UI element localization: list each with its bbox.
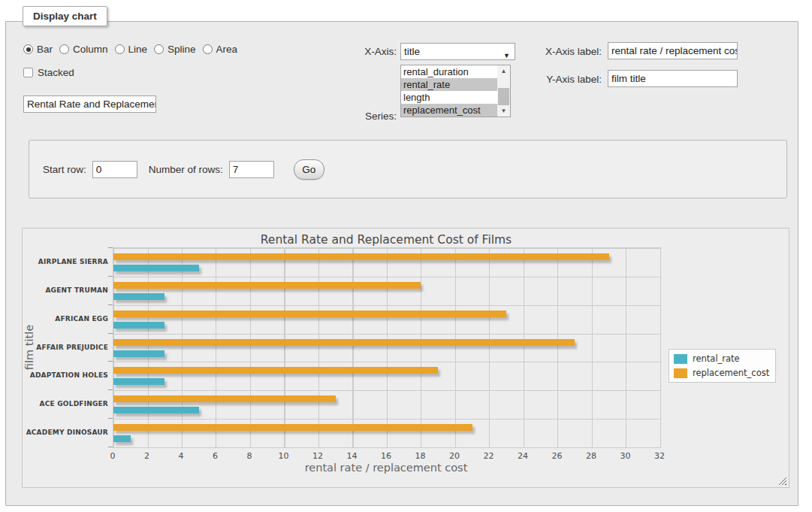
series-select-label: Series: xyxy=(325,111,397,122)
y-axis-label-input[interactable]: film title xyxy=(608,70,738,87)
x-tick-label: 16 xyxy=(375,451,397,461)
chart-title: Rental Rate and Replacement Cost of Film… xyxy=(113,233,660,247)
category-label: AGENT TRUMAN xyxy=(24,286,108,294)
category-label: ACE GOLDFINGER xyxy=(24,400,108,407)
bar-rental_rate xyxy=(113,293,165,300)
display-chart-panel: BarColumnLineSplineArea Stacked Rental R… xyxy=(5,21,798,506)
y-tick-mark xyxy=(108,389,113,390)
category-label: ACADEMY DINOSAUR xyxy=(24,429,108,436)
x-tick-label: 32 xyxy=(648,451,671,461)
series-option-rental_duration[interactable]: rental_duration xyxy=(401,65,497,78)
radio-label: Spline xyxy=(168,44,196,55)
legend-swatch xyxy=(674,354,687,364)
legend-label: rental_rate xyxy=(693,353,740,364)
x-axis-select-label: X-Axis: xyxy=(325,46,397,57)
x-tick-label: 2 xyxy=(136,451,158,461)
x-axis-select[interactable]: title ▼ xyxy=(400,43,515,60)
bar-rental_rate xyxy=(113,350,165,357)
panel-title: Display chart xyxy=(23,6,107,26)
legend-entry-rental_rate: rental_rate xyxy=(674,353,769,364)
x-tick-label: 12 xyxy=(306,451,329,461)
y-axis-label-field-label: Y-Axis label: xyxy=(530,74,602,85)
scrollbar-down-icon[interactable]: ▼ xyxy=(497,105,510,117)
x-axis-label-field-label: X-Axis label: xyxy=(530,46,602,57)
bar-rental_rate xyxy=(113,435,131,442)
page: BarColumnLineSplineArea Stacked Rental R… xyxy=(0,0,812,512)
chart-type-option-line: Line xyxy=(115,44,148,55)
chart-type-radio-group: BarColumnLineSplineArea xyxy=(23,44,237,55)
start-row-input[interactable]: 0 xyxy=(92,161,137,178)
x-tick-label: 10 xyxy=(273,451,295,461)
y-tick-mark xyxy=(108,361,113,362)
radio-spline[interactable] xyxy=(154,44,164,54)
y-tick-mark xyxy=(108,418,113,419)
select-dropdown-arrow-icon: ▼ xyxy=(503,49,510,62)
x-tick-label: 30 xyxy=(614,451,637,461)
bar-replacement_cost xyxy=(113,311,506,317)
chart-title-input[interactable]: Rental Rate and Replacemen xyxy=(23,95,156,113)
chart-x-axis-title: rental rate / replacement cost xyxy=(113,462,660,474)
y-tick-mark xyxy=(108,447,113,447)
radio-label: Area xyxy=(216,44,238,55)
series-option-replacement_cost[interactable]: replacement_cost xyxy=(401,104,497,117)
legend-swatch xyxy=(674,368,687,378)
x-axis-select-value: title xyxy=(404,46,420,57)
y-tick-mark xyxy=(108,276,113,277)
bar-replacement_cost xyxy=(113,339,575,346)
plot-area xyxy=(113,247,661,448)
number-of-rows-label: Number of rows: xyxy=(149,164,223,175)
scrollbar-up-icon[interactable]: ▲ xyxy=(497,65,510,77)
x-tick-label: 18 xyxy=(409,451,432,461)
radio-area[interactable] xyxy=(203,44,213,54)
bar-replacement_cost xyxy=(113,395,336,402)
bar-replacement_cost xyxy=(113,253,609,260)
start-row-label: Start row: xyxy=(43,164,86,175)
chart-type-option-area: Area xyxy=(203,44,238,55)
radio-label: Column xyxy=(73,44,108,55)
resize-handle-icon[interactable] xyxy=(778,477,786,485)
x-tick-label: 0 xyxy=(101,451,124,461)
category-label: ADAPTATION HOLES xyxy=(24,371,108,379)
series-options: rental_durationrental_ratelengthreplacem… xyxy=(401,65,510,117)
bar-replacement_cost xyxy=(113,367,438,374)
y-tick-mark xyxy=(108,247,113,248)
x-tick-label: 6 xyxy=(204,451,227,461)
chart-type-option-spline: Spline xyxy=(154,44,196,55)
x-tick-label: 26 xyxy=(546,451,569,461)
x-tick-label: 4 xyxy=(170,451,192,461)
y-tick-mark xyxy=(108,333,113,334)
go-button[interactable]: Go xyxy=(294,159,324,180)
legend-label: replacement_cost xyxy=(693,368,769,378)
series-multiselect[interactable]: rental_durationrental_ratelengthreplacem… xyxy=(400,65,511,117)
radio-line[interactable] xyxy=(115,44,125,54)
row-range-box: Start row: 0 Number of rows: 7 Go xyxy=(29,140,787,198)
series-scrollbar[interactable]: ▲ ▼ xyxy=(497,65,510,117)
radio-column[interactable] xyxy=(59,44,69,54)
category-label: AFFAIR PREJUDICE xyxy=(24,344,108,351)
number-of-rows-input[interactable]: 7 xyxy=(229,161,274,178)
stacked-label: Stacked xyxy=(38,67,74,78)
bar-replacement_cost xyxy=(113,424,472,431)
chart-container: Rental Rate and Replacement Cost of Film… xyxy=(22,228,789,488)
scrollbar-thumb[interactable] xyxy=(498,88,509,106)
x-tick-label: 24 xyxy=(512,451,534,461)
radio-bar[interactable] xyxy=(23,44,33,54)
radio-label: Line xyxy=(128,44,148,55)
radio-label: Bar xyxy=(37,44,53,55)
chart-legend: rental_ratereplacement_cost xyxy=(669,349,776,383)
chart-type-option-column: Column xyxy=(59,44,108,55)
legend-entry-replacement_cost: replacement_cost xyxy=(674,368,769,378)
category-label: AIRPLANE SIERRA xyxy=(24,258,108,265)
series-option-length[interactable]: length xyxy=(401,91,497,104)
y-tick-mark xyxy=(108,304,113,305)
x-tick-label: 20 xyxy=(443,451,466,461)
x-tick-label: 28 xyxy=(580,451,602,461)
x-axis-label-input[interactable]: rental rate / replacement cost xyxy=(608,42,738,59)
stacked-row: Stacked xyxy=(23,67,74,78)
series-option-rental_rate[interactable]: rental_rate xyxy=(401,78,497,91)
bar-rental_rate xyxy=(113,265,199,271)
bar-replacement_cost xyxy=(113,282,421,289)
category-label: AFRICAN EGG xyxy=(24,315,108,323)
x-tick-label: 14 xyxy=(341,451,364,461)
stacked-checkbox[interactable] xyxy=(23,68,33,77)
